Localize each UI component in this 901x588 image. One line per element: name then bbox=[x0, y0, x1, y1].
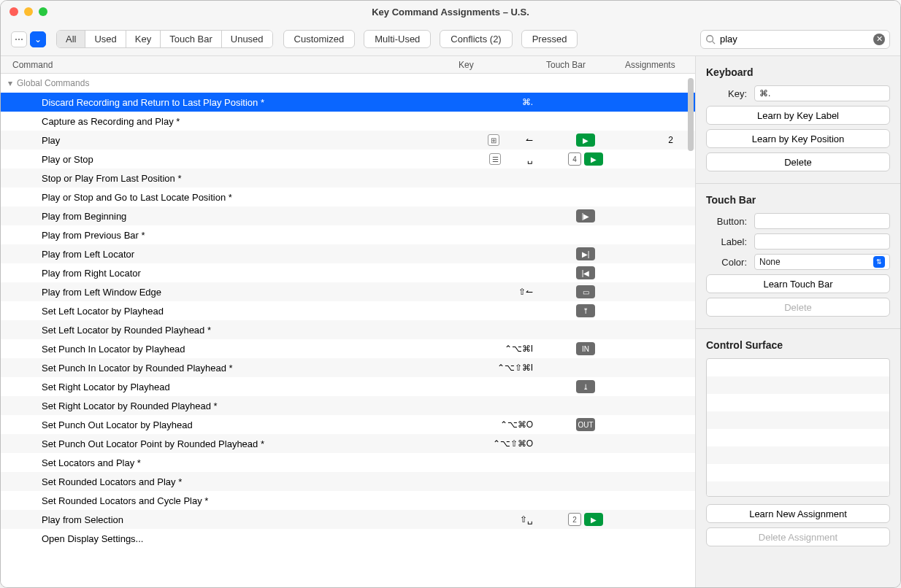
window-title: Key Command Assignments – U.S. bbox=[1, 7, 900, 18]
table-row[interactable]: Set Right Locator by Rounded Playhead * bbox=[1, 396, 695, 415]
table-row[interactable]: Play or Stop and Go to Last Locate Posit… bbox=[1, 187, 695, 206]
table-row[interactable]: Discard Recording and Return to Last Pla… bbox=[1, 93, 695, 112]
table-row[interactable]: Set Left Locator by Rounded Playhead * bbox=[1, 320, 695, 339]
titlebar: Key Command Assignments – U.S. bbox=[1, 1, 900, 23]
table-row[interactable]: Play from Left Locator▶| bbox=[1, 244, 695, 263]
tb-label-field[interactable] bbox=[754, 233, 890, 249]
search-field[interactable]: ✕ bbox=[700, 30, 890, 49]
table-row[interactable]: Set Right Locator by Playhead⤓ bbox=[1, 377, 695, 396]
table-row[interactable]: Stop or Play From Last Position * bbox=[1, 169, 695, 187]
touchbar-cell: 4▶ bbox=[546, 152, 625, 166]
filter-pills: CustomizedMulti-UsedConflicts (2)Pressed bbox=[283, 30, 578, 48]
table-row[interactable]: Set Punch Out Locator Point by Rounded P… bbox=[1, 434, 695, 453]
touchbar-cell: OUT bbox=[546, 418, 625, 431]
header-touchbar[interactable]: Touch Bar bbox=[546, 60, 625, 70]
table-row[interactable]: Play from Left Window Edge⇧↼▭ bbox=[1, 282, 695, 301]
updown-icon: ⇅ bbox=[873, 256, 885, 268]
touchbar-cell: |▶ bbox=[546, 209, 625, 223]
delete-assignment-button[interactable]: Delete Assignment bbox=[706, 527, 890, 546]
table-row[interactable]: Play or Stop☰␣4▶ bbox=[1, 150, 695, 169]
key-commands-window: Key Command Assignments – U.S. ⋯ ⌄ AllUs… bbox=[0, 0, 901, 588]
table-row[interactable]: Set Rounded Locators and Play * bbox=[1, 472, 695, 491]
clear-search-button[interactable]: ✕ bbox=[873, 34, 885, 45]
touchbar-index-icon: 4 bbox=[568, 152, 581, 166]
options-dropdown-button[interactable]: ⌄ bbox=[30, 31, 46, 47]
table-row[interactable]: Play⊞↼▶2 bbox=[1, 131, 695, 150]
command-name: Open Display Settings... bbox=[1, 533, 459, 544]
svg-point-0 bbox=[707, 35, 713, 42]
filter-seg-used[interactable]: Used bbox=[85, 31, 126, 47]
learn-touchbar-button[interactable]: Learn Touch Bar bbox=[706, 274, 890, 293]
delete-touchbar-button[interactable]: Delete bbox=[706, 298, 890, 317]
x-icon: ✕ bbox=[876, 35, 883, 43]
command-name: Set Punch Out Locator Point by Rounded P… bbox=[1, 438, 459, 449]
filter-pill-customized[interactable]: Customized bbox=[283, 30, 356, 48]
tb-button-field[interactable] bbox=[754, 213, 890, 229]
table-row[interactable]: Play from Beginning|▶ bbox=[1, 206, 695, 225]
group-row[interactable]: ▾ Global Commands bbox=[1, 74, 695, 93]
key-cell: ⌃⌥⌘I bbox=[459, 344, 546, 354]
table-row[interactable]: Play from Right Locator|◀ bbox=[1, 263, 695, 282]
command-name: Play from Left Window Edge bbox=[1, 287, 459, 298]
assignments-count: 2 bbox=[625, 135, 695, 145]
tb-label-label: Label: bbox=[706, 236, 747, 247]
search-icon bbox=[705, 34, 716, 45]
play-icon: ▶ bbox=[576, 134, 595, 147]
table-row[interactable]: Set Left Locator by Playhead⤒ bbox=[1, 301, 695, 320]
key-cell: ⇧↼ bbox=[459, 287, 546, 297]
table-row[interactable]: Set Punch In Locator by Playhead⌃⌥⌘IIN bbox=[1, 339, 695, 358]
command-name: Play or Stop bbox=[1, 154, 459, 165]
learn-assignment-button[interactable]: Learn New Assignment bbox=[706, 504, 890, 523]
play-icon: ▶ bbox=[584, 152, 603, 166]
tb-color-label: Color: bbox=[706, 257, 747, 268]
learn-by-label-button[interactable]: Learn by Key Label bbox=[706, 106, 890, 125]
table-row[interactable]: Play from Previous Bar * bbox=[1, 225, 695, 244]
table-row[interactable]: Set Punch In Locator by Rounded Playhead… bbox=[1, 358, 695, 377]
header-command[interactable]: Command bbox=[1, 60, 459, 70]
tb-color-select[interactable]: None ⇅ bbox=[754, 254, 890, 270]
table-row[interactable]: Play from Selection⇧␣2▶ bbox=[1, 510, 695, 529]
tb-button-label: Button: bbox=[706, 216, 747, 227]
delete-key-button[interactable]: Delete bbox=[706, 152, 890, 171]
table-row[interactable]: Set Rounded Locators and Cycle Play * bbox=[1, 491, 695, 510]
keyboard-section-title: Keyboard bbox=[706, 66, 890, 78]
table-row[interactable]: Open Display Settings... bbox=[1, 529, 695, 548]
touchbar-icon: ▭ bbox=[576, 285, 595, 298]
touchbar-cell: ⤓ bbox=[546, 380, 625, 393]
inspector-panel: Keyboard Key: ⌘. Learn by Key Label Lear… bbox=[696, 56, 900, 587]
group-label: Global Commands bbox=[17, 78, 89, 88]
header-assignments[interactable]: Assignments bbox=[625, 60, 695, 70]
control-surface-list[interactable] bbox=[706, 358, 890, 497]
filter-pill-pressed[interactable]: Pressed bbox=[521, 30, 578, 48]
table-row[interactable]: Set Locators and Play * bbox=[1, 453, 695, 472]
filter-seg-touch-bar[interactable]: Touch Bar bbox=[161, 31, 222, 47]
options-menu-button[interactable]: ⋯ bbox=[11, 31, 27, 47]
command-name: Set Punch Out Locator by Playhead bbox=[1, 419, 459, 430]
search-input[interactable] bbox=[720, 34, 869, 45]
touchbar-cell: ▶ bbox=[546, 134, 625, 147]
command-name: Set Locators and Play * bbox=[1, 457, 459, 468]
command-name: Set Rounded Locators and Play * bbox=[1, 476, 459, 487]
filter-seg-unused[interactable]: Unused bbox=[222, 31, 272, 47]
chevron-down-icon: ⌄ bbox=[34, 34, 42, 45]
tb-color-value: None bbox=[759, 257, 781, 267]
key-cell: ⌃⌥⌘O bbox=[459, 419, 546, 430]
scrollbar[interactable] bbox=[688, 78, 694, 583]
table-row[interactable]: Capture as Recording and Play * bbox=[1, 112, 695, 131]
filter-pill-multi-used[interactable]: Multi-Used bbox=[364, 30, 431, 48]
learn-by-position-button[interactable]: Learn by Key Position bbox=[706, 129, 890, 148]
filter-seg-key[interactable]: Key bbox=[126, 31, 161, 47]
commands-list-pane: Command Key Touch Bar Assignments ▾ Glob… bbox=[1, 56, 696, 587]
touchbar-cell: ▶| bbox=[546, 247, 625, 260]
filter-pill-conflicts-2-[interactable]: Conflicts (2) bbox=[440, 30, 512, 48]
disclosure-triangle-icon[interactable]: ▾ bbox=[8, 78, 12, 88]
header-key[interactable]: Key bbox=[459, 60, 546, 70]
table-row[interactable]: Set Punch Out Locator by Playhead⌃⌥⌘OOUT bbox=[1, 415, 695, 434]
filter-seg-all[interactable]: All bbox=[57, 31, 85, 47]
scrollbar-thumb[interactable] bbox=[688, 78, 694, 151]
key-field-label: Key: bbox=[706, 88, 747, 99]
key-cell: ⊞↼ bbox=[459, 134, 546, 146]
touchbar-cell: |◀ bbox=[546, 266, 625, 279]
command-name: Set Left Locator by Playhead bbox=[1, 306, 459, 317]
key-field[interactable]: ⌘. bbox=[754, 85, 890, 101]
